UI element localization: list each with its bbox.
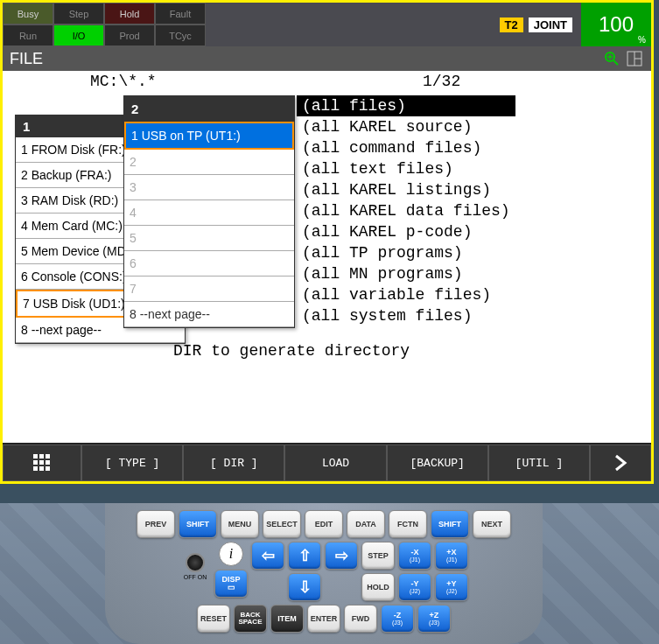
softkey-bar: [ TYPE ] [ DIR ] LOAD [BACKUP] [UTIL ] [3, 443, 651, 481]
key-arrow-up-icon[interactable]: ⇧ [288, 542, 321, 570]
joint-badge: JOINT [529, 18, 572, 32]
file-row[interactable]: (all system files) [297, 305, 515, 326]
key-edit[interactable]: EDIT [305, 510, 343, 538]
menu2-item[interactable]: 2 [124, 150, 294, 175]
file-row[interactable]: (all KAREL data files) [297, 200, 515, 221]
svg-line-1 [613, 60, 618, 65]
status-io: I/O [53, 24, 104, 46]
file-row[interactable]: (all KAREL p-code) [297, 221, 515, 242]
status-step: Step [53, 3, 104, 24]
softkey-backup[interactable]: [BACKUP] [387, 444, 488, 481]
status-middle: T2 JOINT [206, 3, 581, 46]
key-next[interactable]: NEXT [473, 510, 511, 538]
on-off-switch[interactable]: OFF ON [179, 542, 211, 591]
key-backspace[interactable]: BACKSPACE [234, 605, 267, 633]
status-hold: Hold [104, 3, 155, 24]
key-jog-neg-z[interactable]: -Z(J3) [381, 605, 414, 633]
override-percent: 100 % [581, 3, 651, 46]
file-row[interactable]: (all MN programs) [297, 263, 515, 284]
key-arrow-right-icon[interactable]: ⇨ [325, 542, 358, 570]
page-indicator: 1/32 [423, 73, 460, 90]
status-fault: Fault [155, 3, 206, 24]
softkey-load[interactable]: LOAD [284, 444, 386, 481]
key-jog-neg-x[interactable]: -X(J1) [398, 542, 431, 570]
status-tcyc: TCyc [155, 24, 206, 46]
menu2-item-selected[interactable]: 1 USB on TP (UT1:) [124, 122, 294, 150]
svg-rect-12 [46, 460, 50, 465]
softkey-menu-icon[interactable] [3, 444, 81, 481]
softkey-next-icon[interactable] [590, 444, 651, 481]
device-menu-2: 2 1 USB on TP (UT1:) 2 3 4 5 6 7 8 --nex… [123, 95, 295, 328]
content-area: MC:\*.* 1/32 (all files) (all KAREL sour… [3, 71, 651, 443]
status-cells: Busy Step Hold Fault Run I/O Prod TCyc [3, 3, 206, 46]
file-row[interactable]: (all KAREL source) [297, 116, 515, 137]
key-arrow-left-icon[interactable]: ⇦ [251, 542, 284, 570]
status-bar: Busy Step Hold Fault Run I/O Prod TCyc T… [3, 3, 651, 46]
softkey-util[interactable]: [UTIL ] [488, 444, 590, 481]
key-menu[interactable]: MENU [221, 510, 259, 538]
file-list: (all files) (all KAREL source) (all comm… [297, 95, 515, 326]
svg-rect-11 [39, 460, 44, 465]
file-row[interactable]: (all text files) [297, 158, 515, 179]
info-icon[interactable]: i [219, 542, 243, 566]
menu2-item[interactable]: 5 [124, 226, 294, 251]
key-hold[interactable]: HOLD [361, 573, 395, 601]
key-prev[interactable]: PREV [137, 510, 175, 538]
key-fctn[interactable]: FCTN [389, 510, 427, 538]
status-run: Run [3, 24, 53, 46]
key-fwd[interactable]: FWD [344, 605, 377, 633]
key-jog-neg-y[interactable]: -Y(J2) [398, 573, 431, 601]
key-reset[interactable]: RESET [197, 605, 230, 633]
menu2-item[interactable]: 8 --next page-- [124, 302, 294, 327]
key-shift-right[interactable]: SHIFT [431, 510, 469, 538]
file-row[interactable]: (all TP programs) [297, 242, 515, 263]
zoom-icon[interactable] [602, 49, 621, 68]
svg-rect-13 [33, 466, 38, 471]
file-row[interactable]: (all KAREL listings) [297, 179, 515, 200]
screen-title: FILE [10, 50, 43, 68]
t2-badge: T2 [500, 18, 523, 32]
svg-rect-10 [33, 460, 38, 465]
menu2-item[interactable]: 6 [124, 251, 294, 276]
menu2-item[interactable]: 4 [124, 200, 294, 226]
pendant-body: PREV SHIFT MENU SELECT EDIT DATA FCTN SH… [105, 503, 543, 644]
svg-rect-15 [46, 466, 50, 471]
key-select[interactable]: SELECT [263, 510, 301, 538]
svg-rect-14 [39, 466, 44, 471]
svg-rect-7 [33, 454, 38, 458]
key-jog-pos-z[interactable]: +Z(J3) [417, 605, 451, 633]
status-prod: Prod [104, 24, 155, 46]
svg-rect-8 [39, 454, 44, 458]
file-row-selected[interactable]: (all files) [297, 95, 515, 116]
title-bar: FILE [3, 46, 651, 71]
softkey-type[interactable]: [ TYPE ] [81, 444, 183, 481]
file-row[interactable]: (all variable files) [297, 284, 515, 305]
key-enter[interactable]: ENTER [307, 605, 340, 633]
key-shift-left[interactable]: SHIFT [179, 510, 217, 538]
key-arrow-down-icon[interactable]: ⇩ [288, 573, 321, 601]
pendant-area: PREV SHIFT MENU SELECT EDIT DATA FCTN SH… [0, 503, 659, 644]
key-item[interactable]: ITEM [270, 605, 304, 633]
key-step[interactable]: STEP [361, 542, 395, 570]
menu2-header: 2 [124, 96, 294, 122]
svg-rect-9 [46, 454, 50, 458]
key-jog-pos-x[interactable]: +X(J1) [435, 542, 468, 570]
menu2-item[interactable]: 7 [124, 276, 294, 302]
file-row[interactable]: (all command files) [297, 137, 515, 158]
current-path: MC:\*.* [90, 73, 423, 90]
key-jog-pos-y[interactable]: +Y(J2) [435, 573, 468, 601]
status-busy: Busy [3, 3, 53, 24]
screen-area: Busy Step Hold Fault Run I/O Prod TCyc T… [0, 0, 654, 484]
key-data[interactable]: DATA [347, 510, 385, 538]
split-view-icon[interactable] [625, 49, 644, 68]
softkey-dir[interactable]: [ DIR ] [183, 444, 284, 481]
key-disp[interactable]: DISP▭ [214, 570, 248, 598]
hint-text: DIR to generate directory [173, 342, 410, 360]
menu2-item[interactable]: 3 [124, 175, 294, 200]
